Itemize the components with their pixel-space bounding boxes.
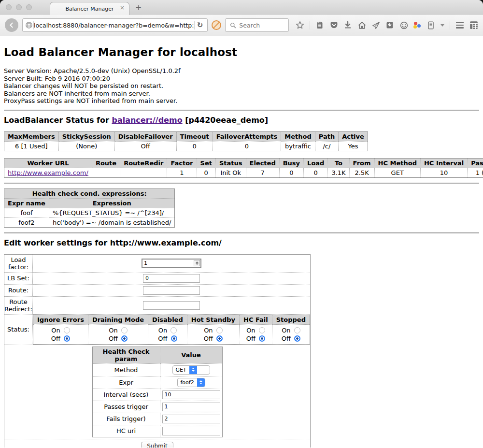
col-factor: Factor (167, 158, 197, 168)
smiley-icon[interactable] (399, 21, 408, 29)
cell-hc-method: GET (374, 168, 420, 177)
radio-stopped-off[interactable] (294, 335, 300, 342)
overflow-caret-icon[interactable] (440, 24, 444, 27)
route-input[interactable] (143, 286, 200, 295)
radio-hc-fail-off[interactable] (259, 335, 265, 342)
pocket-icon[interactable] (329, 21, 338, 29)
install-box-icon[interactable] (385, 21, 394, 29)
hc-uri-row: HC uri (92, 425, 222, 437)
cell-to: 3.1K (328, 168, 349, 177)
radio-stopped-on[interactable] (294, 327, 300, 333)
tab-close-icon[interactable]: × (120, 5, 125, 11)
hc-fails-input[interactable] (162, 415, 220, 423)
search-input[interactable] (239, 22, 283, 29)
url-bar[interactable]: ↻ (22, 18, 208, 32)
radio-ignore-errors-off[interactable] (64, 335, 70, 342)
col-worker-url: Worker URL (4, 158, 92, 168)
colored-dots-icon[interactable] (413, 21, 421, 29)
radio-draining-mode-on[interactable] (121, 327, 128, 333)
blocked-content-icon[interactable] (212, 20, 221, 30)
submit-button[interactable]: Submit (141, 442, 173, 448)
hc-method-select[interactable]: GET (172, 365, 210, 375)
radio-draining-mode-off[interactable] (121, 335, 128, 342)
search-bar[interactable] (225, 18, 289, 32)
grid-icon[interactable] (469, 21, 478, 29)
globe-icon[interactable] (25, 21, 33, 29)
col-hc-value: Value (160, 347, 222, 363)
reload-icon[interactable]: ↻ (195, 21, 206, 29)
on-label: On (204, 326, 213, 334)
col-draining-mode: Draining Mode (88, 315, 148, 324)
window-minimize-button[interactable] (16, 4, 22, 10)
toolbar-divider (310, 21, 310, 29)
col-method: Method (281, 131, 315, 141)
radio-hc-fail-on[interactable] (259, 327, 265, 333)
off-label: Off (246, 334, 256, 343)
col-busy: Busy (279, 158, 303, 168)
proxypass-note-line: ProxyPass settings are NOT inherited fro… (4, 97, 479, 105)
worker-url-link[interactable]: http://www.example.com/ (8, 169, 88, 176)
back-button[interactable] (5, 18, 18, 32)
load-factor-value: 1 (142, 260, 194, 266)
route-redirect-label: Route Redirect: (4, 296, 33, 314)
number-spinner-icon[interactable] (194, 260, 200, 266)
worker-header-row: Worker URL Route RouteRedir Factor Set S… (4, 158, 483, 168)
hc-interval-input[interactable] (162, 390, 220, 399)
col-status: Status (215, 158, 246, 168)
route-redirect-row: Route Redirect: (4, 296, 311, 314)
tab-balancer-manager[interactable]: Balancer Manager × (50, 2, 129, 15)
balancer-demo-link[interactable]: balancer://demo (112, 116, 182, 125)
downloads-icon[interactable] (343, 21, 352, 29)
device-icon[interactable] (426, 21, 435, 29)
radio-disabled-on[interactable] (170, 327, 177, 333)
cell-timeout: 0 (176, 141, 213, 151)
radio-disabled-off[interactable] (171, 335, 177, 342)
on-label: On (158, 326, 167, 334)
divider (4, 110, 479, 111)
page-title: Load Balancer Manager for localhost (4, 46, 479, 58)
lb-set-row: LB Set: (4, 272, 311, 284)
cell-expr-name: foof (4, 208, 49, 217)
worker-data-row: http://www.example.com/ 1 0 Init Ok 7 0 … (4, 168, 483, 177)
window-close-button[interactable] (6, 4, 12, 10)
hc-passes-label: Passes trigger (92, 401, 160, 413)
load-factor-row: Load factor: 1 (4, 254, 311, 272)
toolbar-icons (296, 21, 478, 29)
heading-prefix: LoadBalancer Status for (4, 116, 112, 125)
cell-path: /c/ (315, 141, 338, 151)
route-redirect-input[interactable] (143, 301, 200, 310)
radio-hot-standby-on[interactable] (216, 327, 223, 333)
col-stopped: Stopped (272, 315, 310, 324)
new-tab-button[interactable]: + (135, 3, 142, 12)
radio-ignore-errors-on[interactable] (64, 327, 70, 333)
expressions-table: Health check cond. expressions: Expr nam… (4, 188, 175, 228)
window-zoom-button[interactable] (26, 4, 32, 10)
browser-window: Balancer Manager × + ↻ (0, 0, 483, 448)
clipboard-icon[interactable] (315, 21, 324, 29)
home-icon[interactable] (357, 21, 366, 29)
expr-table-title: Health check cond. expressions: (4, 188, 175, 198)
cell-failoverattempts: 0 (213, 141, 281, 151)
lb-set-input[interactable] (143, 274, 200, 283)
col-to: To (328, 158, 349, 168)
select-arrows-icon (189, 366, 197, 374)
hc-expr-select[interactable]: foof2 (177, 378, 205, 387)
menu-icon[interactable] (455, 21, 464, 29)
col-expr-name: Expr name (4, 198, 49, 208)
load-factor-input[interactable]: 1 (142, 259, 201, 268)
hc-uri-input[interactable] (162, 427, 220, 435)
cell-from: 2.5K (349, 168, 374, 177)
cell-maxmembers: 6 [1 Used] (4, 141, 59, 151)
send-plane-icon[interactable] (371, 21, 380, 29)
hc-passes-input[interactable] (162, 403, 220, 411)
col-load: Load (304, 158, 328, 168)
tab-bar: Balancer Manager × + (0, 0, 483, 14)
bookmark-star-icon[interactable] (296, 21, 304, 29)
hc-interval-row: Interval (secs) (92, 389, 222, 401)
radio-hot-standby-off[interactable] (216, 335, 223, 342)
url-input[interactable] (34, 22, 194, 29)
server-info: Server Version: Apache/2.5.0-dev (Unix) … (4, 67, 479, 105)
hc-fails-label: Fails trigger) (92, 413, 160, 425)
expr-header-row: Expr name Expression (4, 198, 175, 208)
col-timeout: Timeout (176, 131, 213, 141)
